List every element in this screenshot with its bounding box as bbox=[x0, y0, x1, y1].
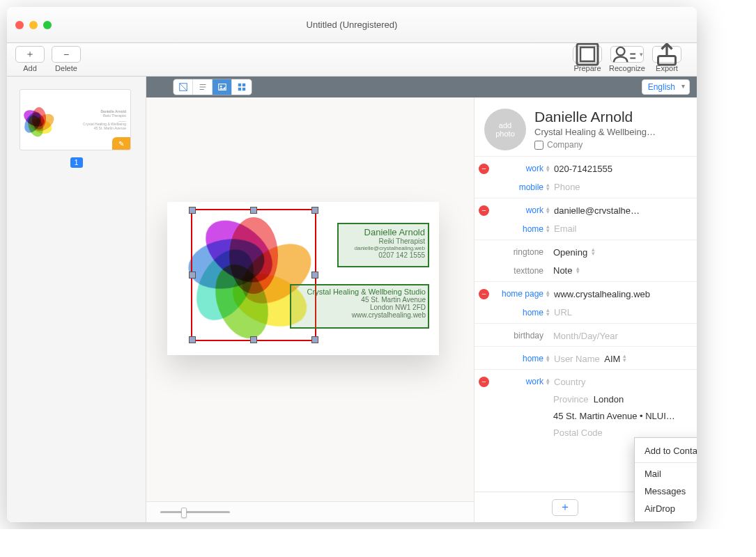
updown-icon[interactable]: ▴▾ bbox=[546, 225, 550, 233]
close-icon[interactable] bbox=[15, 21, 24, 29]
zoom-icon[interactable] bbox=[43, 21, 52, 29]
texttone-value[interactable]: Note ▴▾ bbox=[553, 265, 687, 276]
updown-icon[interactable]: ▴▾ bbox=[546, 308, 550, 316]
email-label-work[interactable]: work bbox=[491, 205, 546, 215]
texttone-label: texttone bbox=[491, 266, 546, 276]
remove-email-button[interactable]: − bbox=[479, 205, 489, 216]
updown-icon[interactable]: ▴▾ bbox=[546, 290, 550, 298]
address-province-city[interactable]: Province London bbox=[553, 394, 687, 405]
email-work-value[interactable]: danielle@crvstalhe… bbox=[554, 205, 687, 216]
address-street[interactable]: 45 St. Martin Avenue • NLUI… bbox=[553, 411, 687, 421]
add-button[interactable]: ＋ Add bbox=[15, 46, 45, 72]
app-window: Untitled (Unregistered) ＋ Add − Delete P… bbox=[7, 7, 697, 522]
canvas[interactable]: Danielle Arnold Reiki Therapist danielle… bbox=[146, 97, 474, 522]
page-badge: 1 bbox=[70, 157, 83, 168]
updown-icon[interactable]: ▴▾ bbox=[546, 207, 550, 214]
card-text-block-2[interactable]: Crystal Healing & Wellbeing Studio 45 St… bbox=[290, 284, 429, 329]
share-mail[interactable]: Mail bbox=[635, 462, 697, 483]
phone-work-value[interactable]: 020-71421555 bbox=[554, 164, 687, 174]
avatar[interactable]: add photo bbox=[484, 109, 526, 150]
address-label-work[interactable]: work bbox=[491, 377, 546, 386]
svg-rect-10 bbox=[242, 88, 245, 91]
card-text-block-1[interactable]: Danielle Arnold Reiki Therapist danielle… bbox=[337, 223, 429, 267]
email-label-home[interactable]: home bbox=[491, 224, 546, 234]
view-toolbar: English bbox=[146, 77, 697, 97]
main-toolbar: ＋ Add − Delete Prepare ▾ Recognize Expor… bbox=[7, 43, 697, 77]
address-postal[interactable]: Postal Code bbox=[553, 427, 687, 438]
updown-icon[interactable]: ▴▾ bbox=[546, 355, 550, 363]
pencil-icon: ✎ bbox=[112, 137, 130, 150]
view-mode-image[interactable] bbox=[213, 79, 232, 95]
remove-phone-button[interactable]: − bbox=[479, 164, 489, 174]
editor-pane: English bbox=[146, 77, 697, 522]
delete-button[interactable]: − Delete bbox=[52, 46, 81, 72]
content-area: Danielle ArnoldReiki Therapist____Crysta… bbox=[7, 77, 697, 522]
remove-address-button[interactable]: − bbox=[479, 377, 489, 387]
view-mode-text[interactable] bbox=[193, 79, 213, 95]
url-label-home[interactable]: home bbox=[491, 308, 546, 317]
updown-icon[interactable]: ▴▾ bbox=[546, 378, 550, 386]
contact-subtitle[interactable]: Crystal Healing & Wellbeing… bbox=[534, 127, 667, 137]
phone-label-mobile[interactable]: mobile bbox=[491, 182, 546, 192]
view-mode-crop[interactable] bbox=[173, 79, 193, 95]
birthday-label: birthday bbox=[491, 331, 546, 340]
zoom-bar bbox=[146, 501, 474, 522]
updown-icon[interactable]: ▴▾ bbox=[546, 165, 550, 173]
svg-point-2 bbox=[617, 47, 625, 56]
contact-name[interactable]: Danielle Arnold bbox=[534, 109, 687, 125]
phone-label-work[interactable]: work bbox=[491, 164, 546, 173]
card-thumbnail[interactable]: Danielle ArnoldReiki Therapist____Crysta… bbox=[20, 89, 131, 150]
titlebar: Untitled (Unregistered) bbox=[7, 7, 697, 43]
window-controls bbox=[7, 21, 52, 29]
phone-mobile-placeholder[interactable]: Phone bbox=[554, 182, 687, 192]
business-card: Danielle Arnold Reiki Therapist danielle… bbox=[167, 202, 439, 355]
im-value[interactable]: User Name AIM ▴▾ bbox=[554, 354, 687, 364]
birthday-placeholder[interactable]: Month/Day/Year bbox=[553, 331, 687, 341]
homepage-value[interactable]: www.crystalhealing.web bbox=[554, 289, 687, 299]
prepare-button[interactable]: Prepare bbox=[573, 46, 602, 72]
share-menu: Add to Contacts Mail Messages AirDrop bbox=[634, 437, 697, 522]
thumbnail-sidebar: Danielle ArnoldReiki Therapist____Crysta… bbox=[7, 77, 146, 522]
im-label-home[interactable]: home bbox=[491, 354, 546, 363]
remove-homepage-button[interactable]: − bbox=[479, 289, 489, 299]
share-add-contacts[interactable]: Add to Contacts bbox=[635, 442, 697, 460]
svg-rect-8 bbox=[242, 84, 245, 86]
view-mode-grid[interactable] bbox=[232, 79, 252, 95]
email-home-placeholder[interactable]: Email bbox=[554, 223, 687, 234]
window-title: Untitled (Unregistered) bbox=[7, 19, 697, 30]
address-country[interactable]: Country bbox=[554, 377, 687, 387]
ringtone-label: ringtone bbox=[491, 247, 546, 257]
add-field-button[interactable]: ＋ bbox=[552, 499, 578, 516]
url-home-placeholder[interactable]: URL bbox=[554, 307, 687, 317]
company-checkbox[interactable]: Company bbox=[534, 140, 687, 150]
zoom-slider[interactable] bbox=[160, 511, 230, 513]
updown-icon[interactable]: ▴▾ bbox=[546, 183, 550, 191]
svg-point-6 bbox=[219, 86, 222, 88]
view-mode-segment bbox=[173, 79, 252, 95]
homepage-label[interactable]: home page bbox=[491, 289, 546, 299]
share-airdrop[interactable]: AirDrop bbox=[635, 500, 697, 517]
export-button[interactable]: Export bbox=[652, 46, 681, 72]
language-dropdown[interactable]: English bbox=[642, 79, 690, 95]
minimize-icon[interactable] bbox=[29, 21, 38, 29]
ringtone-value[interactable]: Opening ▴▾ bbox=[553, 247, 687, 258]
share-messages[interactable]: Messages bbox=[635, 483, 697, 500]
svg-rect-7 bbox=[238, 84, 241, 86]
svg-rect-9 bbox=[238, 88, 241, 91]
recognize-button[interactable]: ▾ Recognize bbox=[609, 46, 645, 72]
svg-rect-1 bbox=[580, 47, 594, 61]
